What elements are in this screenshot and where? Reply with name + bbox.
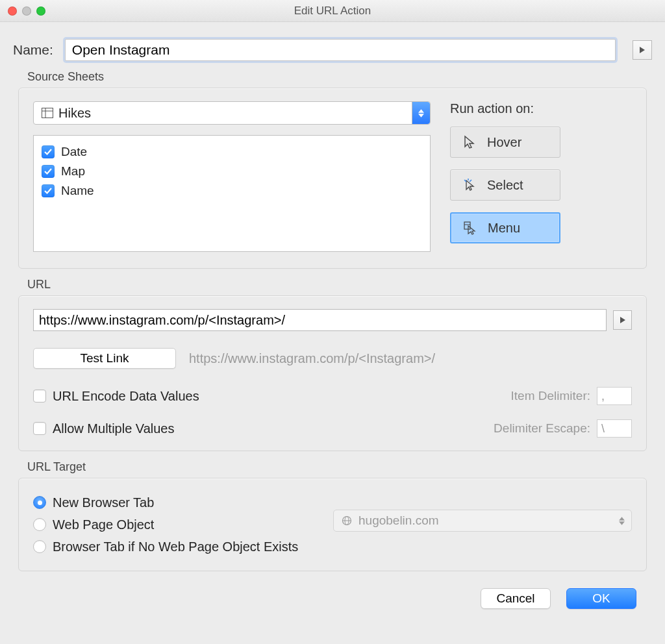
cancel-button[interactable]: Cancel (481, 588, 551, 609)
svg-marker-18 (619, 517, 625, 520)
select-stepper-icon (412, 102, 430, 124)
field-label: Name (61, 184, 94, 198)
source-sheet-select[interactable]: Hikes (33, 101, 431, 125)
allow-multiple-values-checkbox[interactable]: Allow Multiple Values (33, 421, 175, 436)
svg-marker-19 (619, 521, 625, 525)
svg-marker-14 (620, 317, 625, 323)
source-sheets-panel: Hikes Date (18, 88, 647, 269)
run-on-hover-label: Hover (487, 135, 521, 150)
url-target-panel: New Browser Tab Web Page Object Browser … (18, 478, 647, 571)
name-insert-menu-button[interactable] (633, 40, 652, 60)
radio-checked-icon (33, 496, 46, 509)
target-fallback-radio[interactable]: Browser Tab if No Web Page Object Exists (33, 536, 314, 558)
checkbox-unchecked-icon (33, 422, 46, 435)
field-item[interactable]: Name (42, 181, 422, 201)
radio-unchecked-icon (33, 540, 46, 553)
checkbox-checked-icon[interactable] (42, 145, 55, 158)
field-item[interactable]: Map (42, 162, 422, 181)
ok-button[interactable]: OK (566, 588, 636, 609)
url-insert-menu-button[interactable] (613, 310, 632, 330)
triangle-right-icon (639, 46, 646, 54)
svg-rect-1 (42, 108, 53, 118)
url-encode-checkbox[interactable]: URL Encode Data Values (33, 389, 199, 404)
url-preview-text: https://www.instagram.com/p/<Instagram>/ (189, 351, 435, 366)
svg-marker-5 (418, 114, 424, 117)
url-panel: Test Link https://www.instagram.com/p/<I… (18, 295, 647, 451)
target-fallback-label: Browser Tab if No Web Page Object Exists (53, 539, 298, 554)
delimiter-escape-input (597, 419, 632, 438)
field-item[interactable]: Date (42, 142, 422, 162)
cursor-sparkle-icon (462, 178, 477, 192)
field-label: Date (61, 145, 87, 159)
window-titlebar: Edit URL Action (0, 0, 665, 22)
svg-marker-0 (640, 47, 645, 53)
window-title: Edit URL Action (0, 5, 665, 18)
allow-multiple-values-label: Allow Multiple Values (53, 421, 175, 436)
cursor-icon (462, 135, 477, 149)
web-page-object-select: hugobelin.com (333, 510, 632, 532)
cursor-menu-icon (463, 221, 477, 235)
item-delimiter-input (597, 387, 632, 405)
select-stepper-icon (619, 517, 625, 525)
delimiter-escape-label: Delimiter Escape: (494, 421, 590, 436)
radio-unchecked-icon (33, 518, 46, 531)
cancel-button-label: Cancel (496, 591, 534, 605)
target-new-tab-label: New Browser Tab (53, 495, 154, 510)
svg-marker-4 (418, 109, 424, 112)
globe-icon (342, 515, 352, 526)
run-on-hover-button[interactable]: Hover (450, 127, 560, 158)
triangle-right-icon (620, 316, 626, 324)
test-link-label: Test Link (81, 351, 129, 365)
target-web-object-label: Web Page Object (53, 517, 154, 532)
url-target-label: URL Target (27, 460, 652, 474)
target-new-tab-radio[interactable]: New Browser Tab (33, 491, 314, 514)
item-delimiter-label: Item Delimiter: (511, 389, 590, 403)
run-action-on-label: Run action on: (450, 101, 632, 116)
run-on-menu-label: Menu (488, 221, 520, 236)
action-name-input[interactable] (65, 39, 616, 61)
checkbox-checked-icon[interactable] (42, 184, 55, 197)
target-web-object-radio[interactable]: Web Page Object (33, 514, 314, 536)
run-on-menu-button[interactable]: Menu (450, 212, 560, 243)
ok-button-label: OK (592, 591, 610, 605)
sheet-icon (42, 108, 53, 118)
svg-rect-11 (464, 222, 470, 229)
url-encode-label: URL Encode Data Values (53, 389, 199, 404)
url-section-label: URL (27, 278, 652, 291)
svg-marker-13 (468, 226, 475, 234)
source-sheets-label: Source Sheets (27, 70, 652, 84)
checkbox-checked-icon[interactable] (42, 165, 55, 178)
field-label: Map (61, 164, 85, 179)
run-on-select-label: Select (487, 178, 523, 193)
name-label: Name: (13, 42, 53, 58)
web-page-object-value: hugobelin.com (358, 514, 439, 528)
svg-marker-6 (465, 136, 473, 148)
checkbox-unchecked-icon (33, 390, 46, 402)
source-sheet-value: Hikes (58, 106, 91, 121)
source-fields-list: Date Map Name (33, 135, 431, 252)
url-input[interactable] (33, 309, 607, 331)
svg-line-10 (470, 180, 471, 182)
run-on-select-button[interactable]: Select (450, 169, 560, 201)
test-link-button[interactable]: Test Link (33, 348, 176, 369)
